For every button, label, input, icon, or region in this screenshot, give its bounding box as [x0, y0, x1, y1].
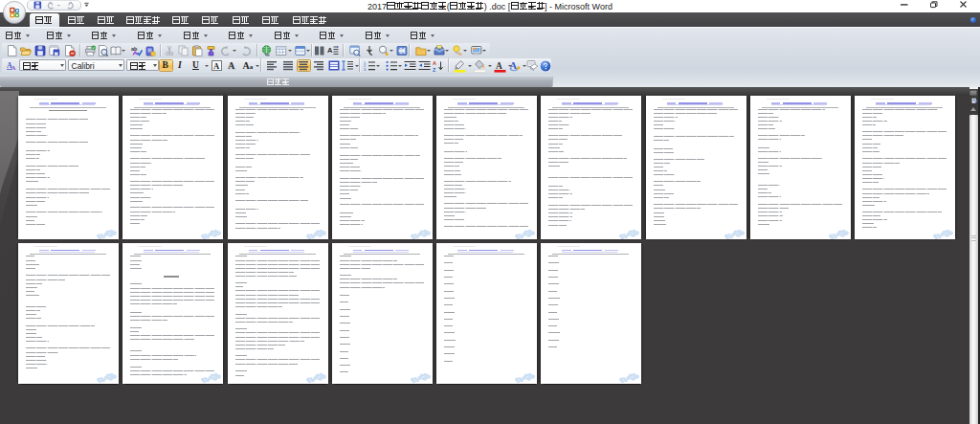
svg-text:A: A — [433, 60, 436, 66]
svg-text:3.: 3. — [364, 68, 367, 72]
svg-text:Z: Z — [433, 66, 436, 72]
svg-text:A: A — [11, 63, 15, 71]
svg-text:A: A — [496, 60, 502, 70]
svg-text:A: A — [327, 46, 333, 55]
svg-text:ab: ab — [131, 45, 138, 51]
